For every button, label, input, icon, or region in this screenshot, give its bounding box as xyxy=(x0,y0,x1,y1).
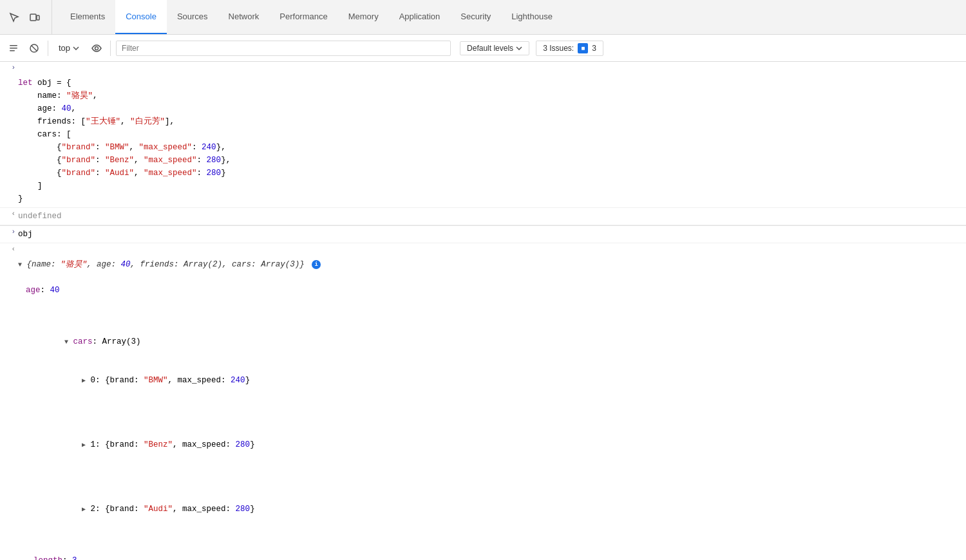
console-output-undefined: ‹ undefined xyxy=(0,208,966,225)
input-arrow-1[interactable]: › xyxy=(0,62,18,71)
cars-triangle[interactable]: ▼ xyxy=(64,339,68,346)
console-toolbar: top Default levels 3 Issues: ■ 3 xyxy=(0,35,966,62)
tab-lighthouse[interactable]: Lighthouse xyxy=(501,0,563,34)
undefined-output: undefined xyxy=(18,209,966,224)
tab-bar: Elements Console Sources Network Perform… xyxy=(0,0,966,35)
tab-console[interactable]: Console xyxy=(115,0,167,34)
input-arrow-2[interactable]: › xyxy=(0,227,18,236)
obj-age: age: 40 xyxy=(26,284,963,297)
svg-rect-4 xyxy=(10,50,15,51)
toolbar-divider-2 xyxy=(110,41,111,56)
svg-rect-3 xyxy=(10,48,17,49)
svg-rect-0 xyxy=(30,14,36,21)
issues-counter[interactable]: 3 Issues: ■ 3 xyxy=(536,41,603,56)
inspect-icon[interactable] xyxy=(5,8,23,26)
toolbar-divider xyxy=(48,41,48,56)
tab-sources[interactable]: Sources xyxy=(167,0,218,34)
console-input-1: › let obj = { name: "骆昊", age: 40, frien… xyxy=(0,62,966,208)
output-arrow-2: ‹ xyxy=(0,244,18,253)
console-output: › let obj = { name: "骆昊", age: 40, frien… xyxy=(0,62,966,560)
obj-cars-section: ▼ cars: Array(3) ▶ 0: {brand: "BMW", max… xyxy=(26,322,963,560)
cars-item-0: ▶ 0: {brand: "BMW", max_speed: 240} xyxy=(33,361,963,400)
car2-triangle[interactable]: ▶ xyxy=(82,506,86,513)
tab-network[interactable]: Network xyxy=(218,0,270,34)
tab-application[interactable]: Application xyxy=(389,0,451,34)
cars-item-2: ▶ 2: {brand: "Audi", max_speed: 280} xyxy=(33,490,963,528)
tab-list: Elements Console Sources Network Perform… xyxy=(60,0,563,34)
stop-button[interactable] xyxy=(26,40,43,57)
console-code-1: let obj = { name: "骆昊", age: 40, friends… xyxy=(18,62,966,207)
console-code-2: obj xyxy=(18,227,966,242)
info-icon[interactable]: i xyxy=(312,260,321,269)
svg-point-7 xyxy=(95,46,99,50)
car1-triangle[interactable]: ▶ xyxy=(82,442,86,449)
cars-length: length: 3 xyxy=(33,554,963,560)
collapse-triangle[interactable]: ▼ xyxy=(18,261,22,268)
output-arrow-1: ‹ xyxy=(0,209,18,218)
tab-icons xyxy=(5,0,52,34)
tab-performance[interactable]: Performance xyxy=(269,0,337,34)
svg-rect-2 xyxy=(10,45,17,46)
cars-item-1: ▶ 1: {brand: "Benz", max_speed: 280} xyxy=(33,425,963,464)
svg-line-6 xyxy=(32,46,37,51)
context-selector[interactable]: top xyxy=(53,41,84,55)
tab-security[interactable]: Security xyxy=(450,0,501,34)
console-input-2: › obj xyxy=(0,226,966,243)
device-toolbar-icon[interactable] xyxy=(26,8,44,26)
issues-badge-icon: ■ xyxy=(578,43,588,53)
tab-memory[interactable]: Memory xyxy=(338,0,389,34)
car0-triangle[interactable]: ▶ xyxy=(82,377,86,384)
filter-input[interactable] xyxy=(116,41,451,56)
log-levels-button[interactable]: Default levels xyxy=(460,41,529,55)
console-output-obj: ‹ ▼ {name: "骆昊", age: 40, friends: Array… xyxy=(0,243,966,560)
svg-rect-1 xyxy=(37,15,39,20)
clear-console-button[interactable] xyxy=(5,40,22,57)
live-expressions-button[interactable] xyxy=(88,40,105,57)
obj-expanded: ▼ {name: "骆昊", age: 40, friends: Array(2… xyxy=(18,244,966,560)
tab-elements[interactable]: Elements xyxy=(60,0,115,34)
